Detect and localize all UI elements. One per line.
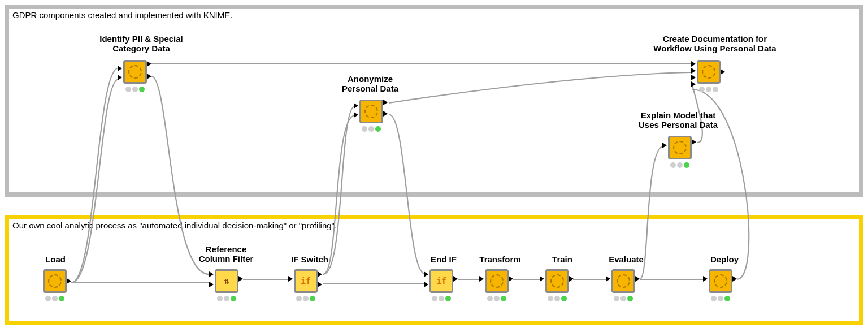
- port-in: [288, 276, 293, 282]
- port-out: [721, 69, 725, 75]
- port-in: [118, 75, 122, 80]
- region-gdpr: GDPR components created and implemented …: [5, 5, 863, 197]
- transform-label: Transform: [469, 255, 531, 264]
- evaluate-label: Evaluate: [598, 255, 654, 264]
- port-out: [318, 271, 322, 277]
- deploy-label: Deploy: [696, 255, 753, 264]
- port-in: [479, 276, 484, 282]
- gear-icon: [617, 274, 630, 288]
- deploy-node[interactable]: [709, 269, 732, 293]
- filter-icon: ⇅: [224, 276, 229, 286]
- port-out: [67, 278, 71, 284]
- gear-icon: [490, 274, 504, 288]
- port-out: [569, 276, 574, 282]
- anonymize-label: Anonymize Personal Data: [325, 74, 415, 94]
- gear-icon: [702, 65, 715, 79]
- gear-icon: [128, 65, 142, 79]
- evaluate-status: [611, 295, 635, 302]
- evaluate-node[interactable]: [611, 269, 635, 293]
- gear-icon: [48, 274, 62, 288]
- ifswitch-node[interactable]: if: [294, 269, 318, 293]
- anonymize-status: [359, 126, 383, 132]
- port-in: [209, 271, 214, 277]
- region-analytic-caption: Our own cool analytic process as "automa…: [12, 221, 337, 230]
- port-in: [118, 66, 122, 71]
- load-status: [43, 295, 67, 302]
- refcol-status: [215, 295, 238, 302]
- port-out: [635, 276, 640, 282]
- endif-label: End IF: [418, 255, 469, 264]
- ifswitch-status: [294, 295, 318, 302]
- port-out: [509, 276, 513, 282]
- port-in: [691, 61, 696, 67]
- port-in: [691, 68, 696, 74]
- load-node[interactable]: [43, 269, 67, 293]
- port-out: [383, 100, 388, 105]
- if-icon: if: [301, 276, 311, 286]
- explain-node[interactable]: [668, 136, 692, 159]
- transform-node[interactable]: [485, 269, 509, 293]
- transform-status: [485, 295, 509, 302]
- port-in: [209, 282, 214, 287]
- train-status: [545, 295, 569, 302]
- train-label: Train: [537, 255, 588, 264]
- refcol-label: Reference Column Filter: [181, 244, 271, 264]
- explain-status: [668, 162, 692, 169]
- port-out: [147, 74, 151, 79]
- region-gdpr-caption: GDPR components created and implemented …: [12, 10, 232, 20]
- createdoc-status: [697, 86, 721, 93]
- endif-status: [429, 295, 453, 302]
- identify-node[interactable]: [123, 60, 147, 84]
- port-in: [540, 276, 544, 282]
- explain-label: Explain Model that Uses Personal Data: [622, 110, 735, 130]
- endif-node[interactable]: if: [429, 269, 453, 293]
- port-out: [692, 139, 696, 145]
- createdoc-node[interactable]: [697, 60, 721, 84]
- port-out: [732, 276, 737, 282]
- gear-icon: [550, 274, 564, 288]
- refcol-node[interactable]: ⇅: [215, 269, 238, 293]
- port-in: [354, 103, 358, 109]
- port-in: [703, 276, 708, 282]
- deploy-status: [709, 295, 732, 302]
- port-out: [147, 61, 151, 67]
- gear-icon: [673, 141, 687, 154]
- anonymize-node[interactable]: [359, 100, 383, 123]
- port-in: [662, 143, 667, 148]
- gear-icon: [714, 274, 727, 288]
- port-out: [453, 276, 458, 282]
- port-in: [424, 282, 428, 287]
- ifswitch-label: IF Switch: [281, 255, 338, 264]
- port-in: [691, 75, 696, 80]
- identify-status: [123, 86, 147, 93]
- gear-icon: [364, 105, 378, 118]
- createdoc-label: Create Documentation for Workflow Using …: [636, 34, 794, 54]
- port-out: [318, 282, 322, 287]
- port-out: [383, 111, 388, 117]
- load-label: Load: [33, 255, 78, 264]
- endif-icon: if: [436, 276, 446, 286]
- port-in: [354, 112, 358, 118]
- port-out: [238, 276, 243, 282]
- train-node[interactable]: [545, 269, 569, 293]
- port-in: [606, 276, 610, 282]
- port-in: [691, 81, 696, 87]
- identify-label: Identify PII & Special Category Data: [79, 34, 203, 54]
- port-in: [424, 271, 428, 277]
